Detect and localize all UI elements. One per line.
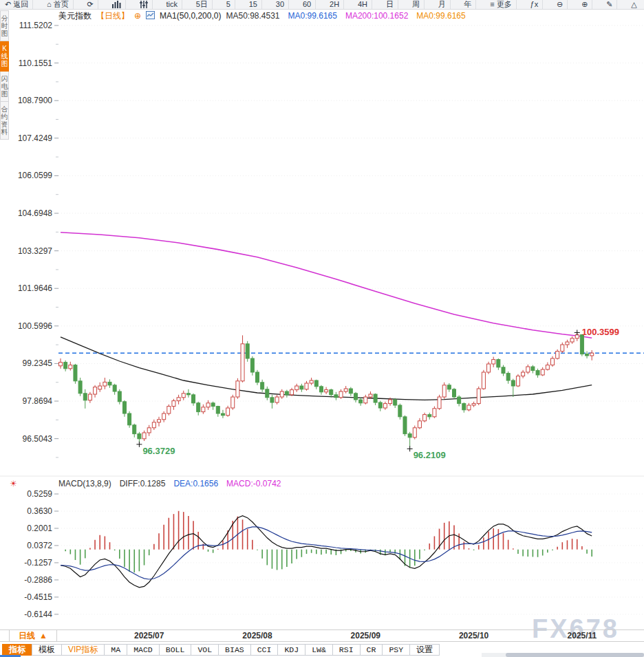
- chart-type-button[interactable]: [108, 0, 126, 9]
- more-button[interactable]: ≡更多: [486, 0, 516, 9]
- macd-value-0: MACD(13,8,9): [58, 479, 111, 488]
- home-icon: ⌂: [47, 0, 52, 9]
- pencil-icon: ✎: [606, 0, 612, 9]
- chart-legend: 美元指数 【日线】 ⊕ MA1(50,0,200,0) MA50:98.4531…: [58, 10, 474, 21]
- svg-text:108.7900: 108.7900: [18, 96, 52, 105]
- zoom-out-button[interactable]: ⊖: [552, 0, 568, 9]
- timeframe-day-label: 日: [386, 0, 394, 9]
- timeframe-5d-label: 5日: [196, 0, 208, 9]
- ma-settings-label: MA1(50,0,200,0): [160, 11, 221, 21]
- macd-value-2: DEA:0.1656: [173, 479, 218, 488]
- svg-text:106.0599: 106.0599: [18, 171, 52, 180]
- scrollbar-thumb[interactable]: [506, 653, 644, 657]
- ma-value-0: MA50:98.4531: [226, 11, 279, 21]
- zoom-in-button[interactable]: ⊕: [577, 0, 592, 9]
- timeframe-4h[interactable]: 4H: [354, 0, 372, 9]
- tab-indicators[interactable]: 指标: [2, 644, 32, 656]
- svg-text:0.0372: 0.0372: [27, 541, 52, 550]
- x-tick-2025-08: 2025/08: [242, 631, 272, 640]
- ma-value-1: MA0:99.6165: [288, 11, 337, 21]
- timeframe-month[interactable]: 月: [434, 0, 451, 9]
- add-indicator-icon[interactable]: ⊕: [134, 11, 141, 21]
- refresh-button[interactable]: ⟳: [83, 0, 98, 9]
- svg-text:0.5259: 0.5259: [27, 489, 52, 499]
- svg-text:-0.6144: -0.6144: [24, 610, 52, 619]
- tab-ma[interactable]: MA: [104, 644, 127, 656]
- timeframe-60[interactable]: 60: [299, 0, 316, 9]
- svg-text:100.3599: 100.3599: [582, 327, 619, 337]
- x-tick-2025-11: 2025/11: [568, 631, 597, 640]
- svg-text:101.9646: 101.9646: [18, 283, 52, 293]
- tab-vip-indicators[interactable]: VIP指标: [61, 644, 105, 656]
- mini-chart-icon: [146, 11, 155, 21]
- timeframe-tick[interactable]: tick: [162, 0, 182, 9]
- tab-boll[interactable]: BOLL: [159, 644, 192, 656]
- tab-lwr[interactable]: LW&: [305, 644, 333, 656]
- svg-text:96.2109: 96.2109: [414, 450, 446, 460]
- timeframe-5d[interactable]: 5日: [192, 0, 213, 9]
- tab-bias[interactable]: BIAS: [218, 644, 251, 656]
- svg-text:110.1551: 110.1551: [19, 58, 52, 68]
- refresh-icon: ⟳: [87, 0, 94, 9]
- svg-text:-0.2886: -0.2886: [24, 575, 52, 585]
- timeframe-15[interactable]: 15: [245, 0, 262, 9]
- horizontal-scrollbar[interactable]: [482, 653, 644, 657]
- back-button-label: 返回: [13, 0, 28, 9]
- symbol-name: 美元指数: [58, 10, 92, 22]
- indicator-alert-icon[interactable]: ☀: [10, 479, 17, 488]
- timeframe-tick-label: tick: [166, 0, 178, 9]
- tab-cci[interactable]: CCI: [250, 644, 279, 656]
- chart-type-sidebar: 分时图K线图闪电图合约资料: [0, 10, 9, 140]
- macd-value-1: DIFF:0.1285: [120, 479, 166, 488]
- timeframe-month-label: 月: [438, 0, 446, 9]
- tab-vol[interactable]: VOL: [191, 644, 219, 656]
- draw-button[interactable]: ✎: [602, 0, 617, 9]
- chart-bars-icon: [112, 1, 121, 8]
- tab-settings[interactable]: 设置: [409, 644, 440, 656]
- sidebar-tab-candlestick[interactable]: K线图: [0, 41, 9, 72]
- timeframe-5[interactable]: 5: [222, 0, 235, 9]
- back-arrow-icon: ↶: [5, 0, 11, 9]
- svg-text:0.2001: 0.2001: [27, 524, 52, 533]
- x-tick-2025-07: 2025/07: [134, 631, 164, 640]
- top-toolbar: ↶返回⌂首页⟳tick5日51530602H4H日周月年≡更多ƒx⊖⊕✎△: [0, 0, 644, 10]
- timeframe-week[interactable]: 周: [408, 0, 425, 9]
- fx-icon: ƒx: [530, 0, 539, 9]
- timeframe-2h-label: 2H: [330, 0, 339, 9]
- back-button[interactable]: ↶返回: [1, 0, 33, 9]
- sidebar-tab-timeshare[interactable]: 分时图: [0, 10, 9, 41]
- indicator-settings-button[interactable]: [136, 0, 153, 9]
- timeframe-5-label: 5: [226, 0, 230, 9]
- fx-button[interactable]: ƒx: [526, 0, 544, 9]
- macd-header: MACD(13,8,9)DIFF:0.1285DEA:0.1656MACD:-0…: [58, 479, 281, 488]
- tab-rsi[interactable]: RSI: [332, 644, 361, 656]
- more-button-label: 更多: [497, 0, 512, 9]
- timeframe-day[interactable]: 日: [382, 0, 398, 9]
- timeframe-year-label: 年: [464, 0, 471, 9]
- timeframe-selector[interactable]: 日线 ▲: [9, 630, 57, 641]
- triangle-icon: △: [631, 0, 636, 9]
- candlestick-chart[interactable]: 111.5202110.1551108.7900107.4249106.0599…: [0, 0, 644, 657]
- timeframe-2h[interactable]: 2H: [325, 0, 344, 9]
- timeframe-year[interactable]: 年: [460, 0, 476, 9]
- x-tick-2025-09: 2025/09: [351, 631, 380, 640]
- sidebar-tab-lightning[interactable]: 闪电图: [0, 72, 9, 102]
- home-button[interactable]: ⌂首页: [43, 0, 74, 9]
- tab-templates[interactable]: 模板: [32, 644, 62, 656]
- timeframe-arrow-icon: ▲: [39, 631, 47, 640]
- menu-icon: ≡: [490, 0, 494, 9]
- tab-cr[interactable]: CR: [360, 644, 383, 656]
- shapes-button[interactable]: △: [627, 0, 641, 9]
- svg-text:104.6948: 104.6948: [18, 208, 52, 218]
- home-button-label: 首页: [54, 0, 69, 9]
- tab-psy[interactable]: PSY: [382, 644, 410, 656]
- svg-text:97.8694: 97.8694: [23, 396, 53, 406]
- tab-kdj[interactable]: KDJ: [277, 644, 305, 656]
- timeframe-30[interactable]: 30: [272, 0, 289, 9]
- svg-text:96.5043: 96.5043: [23, 434, 53, 444]
- tab-macd[interactable]: MACD: [127, 644, 160, 656]
- ma-value-3: MA0:99.6165: [416, 11, 465, 21]
- svg-text:99.2345: 99.2345: [23, 358, 53, 368]
- svg-text:111.5202: 111.5202: [19, 21, 53, 30]
- sidebar-tab-contract-info[interactable]: 合约资料: [0, 102, 9, 140]
